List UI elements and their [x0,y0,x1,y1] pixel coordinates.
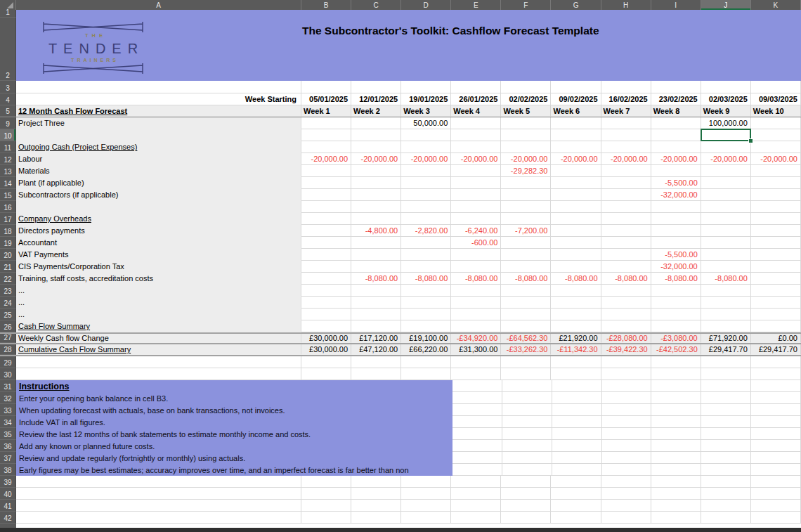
cell-D28[interactable]: £66,220.00 [401,344,451,355]
row-header-38[interactable]: 38 [0,464,16,476]
cell-G26[interactable] [551,320,601,332]
cell-B28[interactable]: £30,000.00 [301,344,351,355]
cell-H37[interactable] [602,452,652,464]
cell-A41[interactable] [16,500,301,512]
cell-G15[interactable] [551,189,601,201]
cell-D19[interactable] [401,237,451,249]
cell-J25[interactable] [701,309,751,320]
cell-D14[interactable] [401,177,451,189]
cell-F31[interactable] [502,380,552,392]
cell-F25[interactable] [501,309,551,320]
cell-B21[interactable] [301,261,351,273]
cell-E30[interactable] [451,368,501,380]
cell-C3[interactable] [351,81,401,93]
instructions-row-36[interactable]: Add any known or planned future costs. [16,440,452,452]
cell-C5[interactable]: Week 2 [351,105,401,117]
cell-J22[interactable]: -8,080.00 [701,273,751,285]
cell-B22[interactable] [301,273,351,285]
cell-F42[interactable] [501,512,551,524]
cell-F14[interactable] [501,177,551,189]
cell-C4[interactable]: 12/01/2025 [351,93,401,105]
cell-B24[interactable] [301,297,351,309]
instructions-row-31[interactable]: Instructions [16,380,452,392]
cell-G36[interactable] [552,440,602,452]
row-header-19[interactable]: 19 [0,237,16,249]
cell-H23[interactable] [601,285,651,297]
cell-J34[interactable] [701,416,751,428]
cell-K37[interactable] [751,452,801,464]
cell-I27[interactable]: -£3,080.00 [651,334,701,343]
cell-J39[interactable] [701,476,751,488]
cell-E14[interactable] [451,177,501,189]
cell-H38[interactable] [602,464,652,476]
cell-E19[interactable]: -600.00 [451,237,501,249]
cell-C39[interactable] [351,476,401,488]
cell-I21[interactable]: -32,000.00 [651,261,701,273]
cell-F3[interactable] [501,81,551,93]
cell-F36[interactable] [502,440,552,452]
cell-A11[interactable]: Outgoing Cash (Project Expenses) [16,141,301,153]
cell-I41[interactable] [651,500,701,512]
cell-K17[interactable] [751,213,801,225]
cell-K36[interactable] [751,440,801,452]
cell-K40[interactable] [751,488,801,500]
cell-F32[interactable] [502,392,552,404]
cell-K23[interactable] [751,285,801,297]
row-header-13[interactable]: 13 [0,165,16,177]
cell-G29[interactable] [551,356,601,368]
cell-G14[interactable] [551,177,601,189]
cell-I5[interactable]: Week 8 [651,105,701,117]
row-header-9[interactable]: 9 [0,117,16,129]
cell-K14[interactable] [751,177,801,189]
cell-I14[interactable]: -5,500.00 [651,177,701,189]
cell-G24[interactable] [551,297,601,309]
cell-C18[interactable]: -4,800.00 [351,225,401,237]
cell-J9[interactable]: 100,000.00 [701,117,751,129]
cell-I20[interactable]: -5,500.00 [651,249,701,261]
cell-K15[interactable] [751,189,801,201]
cell-K41[interactable] [751,500,801,512]
cell-J12[interactable]: -20,000.00 [701,153,751,165]
cell-F24[interactable] [501,297,551,309]
cell-K9[interactable] [751,117,801,129]
cell-I10[interactable] [651,129,701,141]
cell-E40[interactable] [451,488,501,500]
cell-A19[interactable]: Accountant [16,237,301,249]
cell-G40[interactable] [551,488,601,500]
cell-B10[interactable] [301,129,351,141]
cell-H17[interactable] [601,213,651,225]
instructions-row-32[interactable]: Enter your opening bank balance in cell … [16,392,452,404]
cell-K33[interactable] [751,404,801,416]
cell-B4[interactable]: 05/01/2025 [301,93,351,105]
row-header-15[interactable]: 15 [0,189,16,201]
cell-J36[interactable] [701,440,751,452]
cell-D21[interactable] [401,261,451,273]
instructions-row-38[interactable]: Early figures may be best estimates; acc… [16,464,452,476]
cell-D23[interactable] [401,285,451,297]
cell-D16[interactable] [401,201,451,213]
cell-G19[interactable] [551,237,601,249]
cell-K13[interactable] [751,165,801,177]
cell-F5[interactable]: Week 5 [501,105,551,117]
row-header-37[interactable]: 37 [0,452,16,464]
cell-C22[interactable]: -8,080.00 [351,273,401,285]
cell-K31[interactable] [751,380,801,392]
row-header-40[interactable]: 40 [0,488,16,500]
cell-G42[interactable] [551,512,601,524]
cell-G22[interactable]: -8,080.00 [551,273,601,285]
cell-J18[interactable] [701,225,751,237]
cell-B41[interactable] [301,500,351,512]
cell-B16[interactable] [301,201,351,213]
cell-H19[interactable] [601,237,651,249]
cell-H33[interactable] [602,404,652,416]
cell-I25[interactable] [651,309,701,320]
cell-B13[interactable] [301,165,351,177]
cell-I15[interactable]: -32,000.00 [651,189,701,201]
column-header-F[interactable]: F [501,0,551,10]
cell-A21[interactable]: CIS Payments/Corporation Tax [16,261,301,273]
column-header-J[interactable]: J [701,0,751,10]
cell-H13[interactable] [601,165,651,177]
cell-K42[interactable] [751,512,801,524]
cell-A39[interactable] [16,476,301,488]
cell-I19[interactable] [651,237,701,249]
